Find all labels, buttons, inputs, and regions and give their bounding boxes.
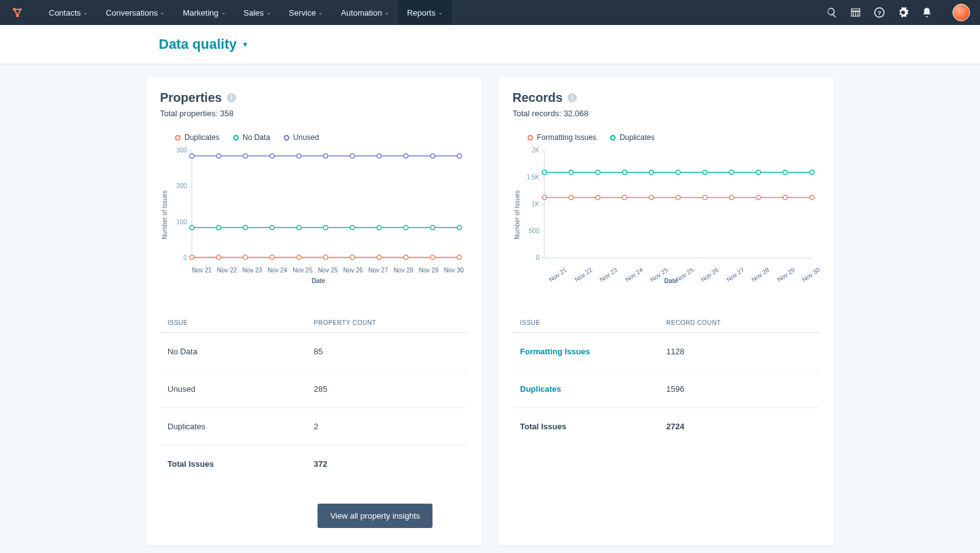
nav-item-marketing[interactable]: Marketing⌄ (174, 0, 234, 25)
legend-item[interactable]: Unused (284, 133, 319, 142)
properties-legend: DuplicatesNo DataUnused (175, 133, 468, 142)
x-tick-label: Nov 24 (268, 267, 288, 274)
legend-marker-icon (233, 135, 239, 141)
avatar[interactable] (952, 4, 970, 21)
svg-point-30 (297, 226, 301, 230)
svg-point-46 (431, 154, 435, 158)
subheader: Data quality ▼ (0, 25, 980, 64)
records-legend: Formatting IssuesDuplicates (528, 133, 820, 142)
svg-point-66 (702, 195, 707, 199)
legend-label: Unused (293, 133, 319, 142)
view-all-property-insights-button[interactable]: View all property insights (318, 504, 432, 528)
svg-point-76 (676, 170, 681, 174)
svg-point-16 (216, 255, 221, 259)
legend-label: Duplicates (184, 133, 219, 142)
nav-item-sales[interactable]: Sales⌄ (235, 0, 281, 25)
search-icon[interactable] (826, 7, 838, 18)
chevron-down-icon: ⌄ (384, 9, 389, 16)
row-count: 2 (314, 422, 460, 431)
svg-point-25 (458, 255, 462, 259)
info-icon[interactable]: i (568, 93, 577, 102)
svg-text:2K: 2K (532, 147, 540, 154)
records-title-text: Records (512, 91, 562, 105)
svg-point-28 (243, 226, 248, 230)
x-tick-label: Nov 22 (217, 267, 237, 274)
legend-item[interactable]: Formatting Issues (528, 133, 596, 142)
svg-text:0: 0 (183, 254, 187, 261)
nav-item-reports[interactable]: Reports⌄ (398, 0, 452, 25)
total-issues-label: Total Issues (520, 422, 666, 431)
hubspot-logo-icon[interactable] (10, 5, 25, 20)
row-count: 285 (314, 384, 460, 394)
table-row: No Data85 (160, 333, 468, 371)
legend-label: Duplicates (619, 133, 654, 142)
svg-point-68 (756, 195, 761, 199)
legend-label: No Data (242, 133, 270, 142)
svg-point-27 (216, 226, 221, 230)
x-tick-label: Nov 29 (419, 267, 439, 274)
svg-point-23 (404, 255, 408, 259)
chevron-down-icon: ⌄ (318, 9, 323, 16)
svg-point-78 (729, 170, 734, 174)
info-icon[interactable]: i (227, 93, 236, 102)
row-issue-label: No Data (168, 347, 314, 356)
legend-marker-icon (175, 135, 181, 141)
svg-text:0: 0 (536, 254, 539, 261)
total-issues-value: 372 (314, 459, 460, 469)
legend-item[interactable]: Duplicates (610, 133, 654, 142)
svg-point-74 (622, 170, 627, 174)
chevron-down-icon: ⌄ (221, 9, 226, 16)
svg-point-62 (596, 195, 600, 199)
chevron-down-icon: ⌄ (160, 9, 165, 16)
y-axis-label: Number of Issues (512, 146, 522, 284)
records-title: Records i (512, 91, 820, 105)
row-count: 1596 (666, 384, 812, 394)
top-nav: Contacts⌄Conversations⌄Marketing⌄Sales⌄S… (0, 0, 980, 25)
nav-item-automation[interactable]: Automation⌄ (332, 0, 398, 25)
records-card: Records i Total records: 32,068 Formatti… (499, 77, 834, 546)
caret-down-icon[interactable]: ▼ (242, 41, 249, 48)
properties-chart: Number of Issues 0100200300 Nov 21Nov 22… (160, 146, 468, 284)
bell-icon[interactable] (921, 7, 932, 18)
svg-text:?: ? (878, 9, 881, 16)
svg-point-65 (676, 195, 681, 199)
total-issues-label: Total Issues (168, 459, 314, 469)
svg-text:100: 100 (176, 219, 187, 226)
nav-item-service[interactable]: Service⌄ (280, 0, 332, 25)
gear-icon[interactable] (898, 7, 909, 18)
svg-text:300: 300 (176, 147, 187, 154)
properties-table: ISSUE PROPERTY COUNT No Data85Unused285D… (160, 313, 468, 482)
svg-point-31 (324, 226, 328, 230)
nav-items: Contacts⌄Conversations⌄Marketing⌄Sales⌄S… (40, 0, 452, 25)
help-icon[interactable]: ? (874, 7, 885, 18)
nav-item-conversations[interactable]: Conversations⌄ (97, 0, 174, 25)
svg-text:1.5K: 1.5K (526, 174, 539, 181)
row-count: 85 (314, 347, 460, 356)
row-issue-label[interactable]: Formatting Issues (520, 347, 666, 356)
legend-item[interactable]: No Data (233, 133, 270, 142)
svg-point-67 (729, 195, 734, 199)
svg-point-72 (569, 170, 573, 174)
legend-item[interactable]: Duplicates (175, 133, 219, 142)
chevron-down-icon: ⌄ (83, 9, 88, 16)
table-row[interactable]: Duplicates1596 (512, 371, 820, 408)
svg-point-33 (377, 226, 381, 230)
x-tick-label: Nov 21 (192, 267, 212, 274)
page-title[interactable]: Data quality (159, 36, 237, 52)
svg-point-77 (702, 170, 707, 174)
svg-text:200: 200 (176, 182, 187, 189)
marketplace-icon[interactable] (850, 7, 861, 18)
properties-title-text: Properties (160, 91, 222, 105)
table-row: Unused285 (160, 371, 468, 408)
svg-point-20 (324, 255, 328, 259)
x-tick-label: Nov 30 (444, 267, 464, 274)
nav-item-contacts[interactable]: Contacts⌄ (40, 0, 97, 25)
x-tick-label: Nov 23 (242, 267, 262, 274)
th-issue: ISSUE (520, 319, 666, 326)
table-row[interactable]: Formatting Issues1128 (512, 333, 820, 371)
chevron-down-icon: ⌄ (438, 9, 443, 16)
svg-point-26 (190, 226, 194, 230)
svg-point-19 (297, 255, 301, 259)
row-issue-label[interactable]: Duplicates (520, 384, 666, 394)
svg-point-63 (622, 195, 627, 199)
